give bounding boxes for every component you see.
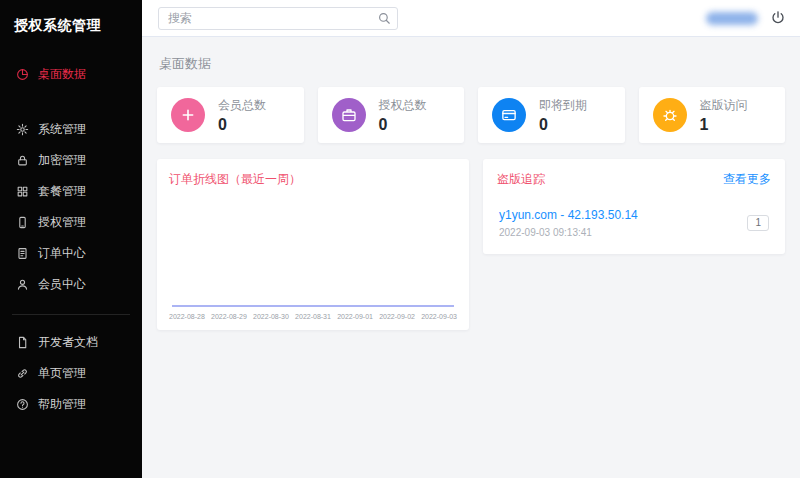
- stats-row: 会员总数 0 授权总数 0 即将到期 0: [157, 87, 785, 143]
- piracy-tracking-panel: 盗版追踪 查看更多 y1yun.com - 42.193.50.14 2022-…: [483, 159, 785, 254]
- document-icon: [16, 336, 29, 349]
- search-input[interactable]: [158, 7, 398, 30]
- app-title: 授权系统管理: [0, 0, 142, 49]
- x-tick-label: 2022-08-29: [211, 313, 247, 320]
- piracy-entry-info: y1yun.com - 42.193.50.14 2022-09-03 09:1…: [499, 208, 638, 238]
- order-line-chart: 2022-08-282022-08-292022-08-302022-08-31…: [169, 198, 457, 320]
- order-line-chart-panel: 订单折线图（最近一周） 2022-08-282022-08-292022-08-…: [157, 159, 469, 330]
- card-icon: [492, 98, 526, 132]
- stat-label: 盗版访问: [700, 97, 748, 114]
- sidebar-item-authorization[interactable]: 授权管理: [0, 207, 142, 238]
- sidebar-item-label: 订单中心: [38, 245, 86, 262]
- bug-icon: [653, 98, 687, 132]
- lock-icon: [16, 154, 29, 167]
- stat-card-members-total: 会员总数 0: [157, 87, 304, 143]
- line-chart-canvas: [169, 198, 457, 310]
- stat-label: 会员总数: [218, 97, 266, 114]
- stat-value: 1: [700, 116, 748, 134]
- stat-label: 授权总数: [379, 97, 427, 114]
- sidebar-item-label: 授权管理: [38, 214, 86, 231]
- sidebar-item-encryption[interactable]: 加密管理: [0, 145, 142, 176]
- sidebar-item-help[interactable]: 帮助管理: [0, 389, 142, 420]
- stat-value: 0: [539, 116, 587, 134]
- sidebar-item-single-page[interactable]: 单页管理: [0, 358, 142, 389]
- power-icon[interactable]: [770, 10, 786, 26]
- panels-row: 订单折线图（最近一周） 2022-08-282022-08-292022-08-…: [157, 159, 785, 330]
- main-content: 桌面数据 会员总数 0 授权总数 0: [142, 37, 800, 478]
- gear-icon: [16, 123, 29, 136]
- package-icon: [16, 185, 29, 198]
- pie-chart-icon: [16, 68, 29, 81]
- app-window: 授权系统管理 桌面数据 系统管理 加密管理 套餐管理 授权管理: [0, 0, 800, 478]
- sidebar-item-system[interactable]: 系统管理: [0, 114, 142, 145]
- sidebar-item-packages[interactable]: 套餐管理: [0, 176, 142, 207]
- x-tick-label: 2022-08-30: [253, 313, 289, 320]
- briefcase-icon: [332, 98, 366, 132]
- plus-icon: [171, 98, 205, 132]
- stat-value: 0: [379, 116, 427, 134]
- user-icon: [16, 278, 29, 291]
- sidebar-item-label: 开发者文档: [38, 334, 98, 351]
- piracy-panel-header: 盗版追踪 查看更多: [497, 171, 771, 188]
- piracy-entry-timestamp: 2022-09-03 09:13:41: [499, 227, 638, 238]
- view-more-link[interactable]: 查看更多: [723, 171, 771, 188]
- piracy-panel-title: 盗版追踪: [497, 171, 545, 188]
- sidebar-item-label: 单页管理: [38, 365, 86, 382]
- search-box: [158, 7, 398, 30]
- user-account-redacted[interactable]: [706, 12, 758, 25]
- piracy-entry-row: y1yun.com - 42.193.50.14 2022-09-03 09:1…: [497, 204, 771, 240]
- topbar-right: [706, 10, 786, 26]
- sidebar-item-members[interactable]: 会员中心: [0, 269, 142, 300]
- sidebar-item-desktop-data[interactable]: 桌面数据: [0, 59, 142, 90]
- stat-label: 即将到期: [539, 97, 587, 114]
- chart-panel-title: 订单折线图（最近一周）: [169, 171, 457, 188]
- x-tick-label: 2022-09-02: [379, 313, 415, 320]
- sidebar-item-label: 加密管理: [38, 152, 86, 169]
- piracy-entry-site-link[interactable]: y1yun.com - 42.193.50.14: [499, 208, 638, 222]
- sidebar-item-label: 会员中心: [38, 276, 86, 293]
- x-axis-tick-labels: 2022-08-282022-08-292022-08-302022-08-31…: [169, 313, 457, 320]
- sidebar-menu: 桌面数据 系统管理 加密管理 套餐管理 授权管理 订单中心: [0, 49, 142, 420]
- sidebar: 授权系统管理 桌面数据 系统管理 加密管理 套餐管理 授权管理: [0, 0, 142, 478]
- menu-divider: [12, 314, 130, 315]
- x-tick-label: 2022-09-03: [421, 313, 457, 320]
- sidebar-item-label: 桌面数据: [38, 66, 86, 83]
- x-tick-label: 2022-08-31: [295, 313, 331, 320]
- sidebar-item-label: 套餐管理: [38, 183, 86, 200]
- stat-value: 0: [218, 116, 266, 134]
- stat-card-auth-total: 授权总数 0: [318, 87, 465, 143]
- mobile-icon: [16, 216, 29, 229]
- help-icon: [16, 398, 29, 411]
- piracy-entry-count-badge: 1: [747, 215, 769, 231]
- section-title: 桌面数据: [159, 55, 785, 73]
- topbar: [142, 0, 800, 37]
- sidebar-item-orders[interactable]: 订单中心: [0, 238, 142, 269]
- sidebar-item-label: 系统管理: [38, 121, 86, 138]
- sidebar-item-label: 帮助管理: [38, 396, 86, 413]
- stat-card-piracy-visits: 盗版访问 1: [639, 87, 786, 143]
- sidebar-item-developer-docs[interactable]: 开发者文档: [0, 327, 142, 358]
- x-tick-label: 2022-09-01: [337, 313, 373, 320]
- link-icon: [16, 367, 29, 380]
- x-tick-label: 2022-08-28: [169, 313, 205, 320]
- stat-card-expiring-soon: 即将到期 0: [478, 87, 625, 143]
- search-icon[interactable]: [377, 11, 391, 25]
- order-icon: [16, 247, 29, 260]
